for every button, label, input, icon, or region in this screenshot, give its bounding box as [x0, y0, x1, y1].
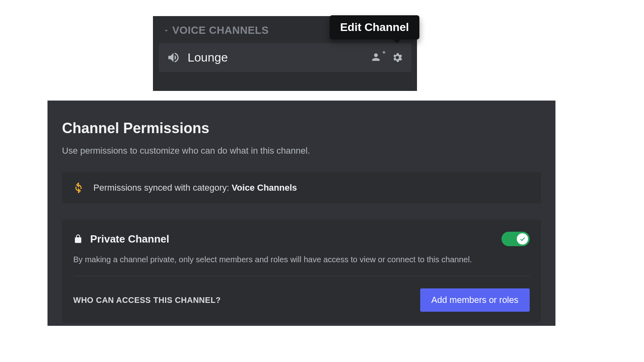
tooltip-text: Edit Channel: [340, 21, 409, 33]
access-row: WHO CAN ACCESS THIS CHANNEL? Add members…: [73, 288, 530, 312]
check-icon: [519, 236, 526, 242]
private-channel-label: Private Channel: [90, 233, 502, 245]
private-channel-toggle[interactable]: [502, 232, 530, 246]
access-section-label: WHO CAN ACCESS THIS CHANNEL?: [73, 296, 221, 305]
person-add-icon: [370, 51, 382, 63]
sync-prefix: Permissions synced with category:: [93, 183, 232, 193]
sync-icon: [73, 183, 84, 193]
private-channel-section: Private Channel By making a channel priv…: [62, 220, 541, 323]
channel-list-panel: Edit Channel VOICE CHANNELS Lounge +: [153, 16, 417, 91]
create-invite-button[interactable]: +: [370, 51, 384, 64]
voice-channel-row[interactable]: Lounge +: [159, 43, 411, 72]
channel-permissions-panel: Channel Permissions Use permissions to c…: [47, 101, 555, 326]
private-channel-header: Private Channel: [73, 232, 530, 246]
chevron-down-icon: [163, 27, 170, 34]
toggle-knob: [517, 233, 528, 245]
lock-icon: [73, 234, 83, 244]
edit-channel-tooltip: Edit Channel: [330, 15, 419, 39]
channel-actions: +: [370, 51, 403, 64]
speaker-icon: [167, 51, 180, 64]
divider: [73, 276, 530, 276]
category-label: VOICE CHANNELS: [172, 24, 269, 37]
page-title: Channel Permissions: [62, 120, 541, 137]
sync-category: Voice Channels: [232, 183, 297, 193]
channel-name: Lounge: [188, 51, 370, 64]
add-members-button[interactable]: Add members or roles: [420, 288, 530, 312]
sync-text: Permissions synced with category: Voice …: [93, 183, 297, 193]
plus-icon: +: [382, 49, 386, 56]
page-subtitle: Use permissions to customize who can do …: [62, 146, 541, 156]
private-channel-description: By making a channel private, only select…: [73, 253, 530, 265]
permissions-sync-banner: Permissions synced with category: Voice …: [62, 172, 541, 204]
gear-icon[interactable]: [391, 51, 403, 64]
